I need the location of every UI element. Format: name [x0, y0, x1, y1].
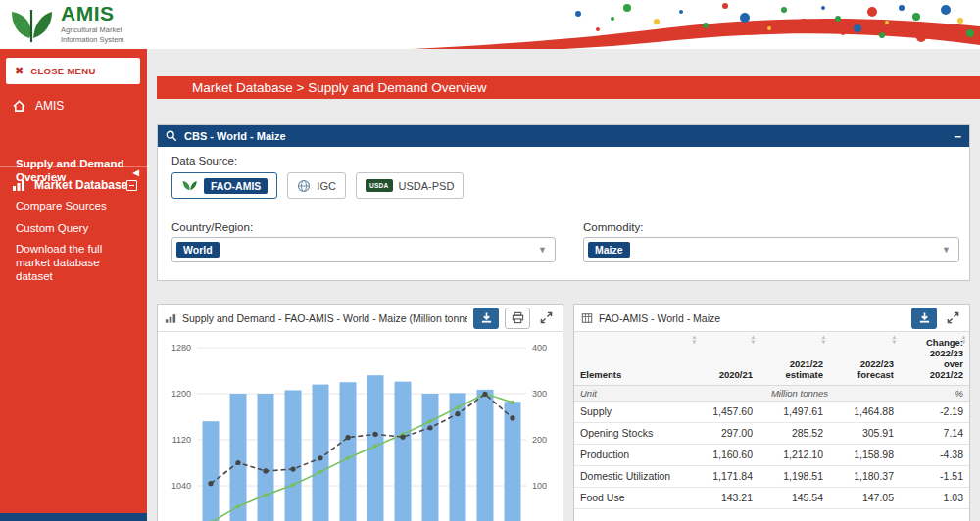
sidebar-amis-label: AMIS [35, 99, 64, 113]
column-header-2020-21[interactable]: ▴▾ 2020/21 [700, 332, 759, 385]
table-expand-button[interactable] [943, 308, 962, 329]
svg-text:400: 400 [532, 343, 547, 353]
sidebar-item-custom-query[interactable]: Custom Query [0, 221, 147, 235]
sort-icon: ▴▾ [693, 334, 696, 344]
top-header: AMIS Agricultural Market Information Sys… [0, 0, 980, 49]
table-icon [581, 312, 593, 324]
value-2020-21: 1,160.60 [700, 444, 759, 465]
breadcrumb: Market Database > Supply and Demand Over… [157, 76, 980, 99]
value-2020-21: 143.21 [700, 487, 759, 508]
source-button-usda-psd[interactable]: USDA USDA-PSD [356, 172, 464, 199]
column-header-2022-23[interactable]: ▴▾ 2022/23 forecast [829, 332, 900, 385]
close-menu-label: CLOSE MENU [30, 66, 95, 76]
sidebar-item-download-dataset[interactable]: Download the full market database datase… [0, 242, 147, 283]
column-header-2021-22[interactable]: ▴▾ 2021/22 estimate [759, 332, 829, 385]
country-region-label: Country/Region: [172, 221, 253, 233]
sidebar-item-supply-demand-overview[interactable]: Supply and Demand Overview ◀ [0, 157, 147, 184]
element-name: Supply [574, 401, 700, 422]
dropdown-caret-icon: ▼ [538, 245, 547, 255]
sort-icon: ▴▾ [752, 334, 755, 344]
svg-text:300: 300 [532, 389, 547, 399]
decorative-banner [333, 0, 980, 49]
supply-demand-table: ▴▾ Elements ▴▾ 2020/21 ▴▾ 2021/22 estima… [574, 332, 969, 509]
search-icon [166, 130, 177, 142]
supply-demand-overview-label: Supply and Demand Overview [16, 158, 124, 183]
main-content: Market Database > Supply and Demand Over… [147, 49, 980, 521]
commodity-value-chip: Maize [588, 242, 630, 258]
active-pointer-icon: ◀ [133, 166, 139, 180]
svg-text:100: 100 [532, 481, 547, 491]
table-panel-title: FAO-AMIS - World - Maize [599, 312, 906, 324]
column-header-change[interactable]: ▴▾ Change: 2022/23 over 2021/22 [900, 332, 969, 385]
amis-logo-icon [8, 3, 55, 46]
svg-text:1120: 1120 [172, 435, 191, 445]
value-2021-22: 145.54 [759, 487, 829, 508]
chart-download-button[interactable] [473, 308, 499, 329]
value-2022-23: 147.05 [829, 487, 900, 508]
element-name: Production [574, 444, 700, 465]
value-2022-23: 1,158.98 [829, 444, 900, 465]
cbs-filter-panel: CBS - World - Maize − Data Source: FAO-A… [157, 124, 970, 281]
value-change: -2.19 [900, 401, 969, 422]
custom-query-label: Custom Query [16, 222, 88, 234]
country-region-select[interactable]: World ▼ [172, 237, 556, 262]
sort-icon: ▴▾ [893, 334, 896, 344]
chart-print-button[interactable] [505, 308, 530, 329]
commodity-label: Commodity: [583, 221, 643, 233]
value-change: -4.38 [900, 444, 969, 465]
table-row: Supply 1,457.60 1,497.61 1,464.88 -2.19 [574, 401, 969, 422]
sidebar-footer-strip [0, 513, 169, 521]
home-icon [12, 99, 26, 113]
expand-icon [947, 311, 959, 324]
element-name: Opening Stocks [574, 422, 700, 444]
amis-logo[interactable]: AMIS Agricultural Market Information Sys… [8, 3, 124, 46]
commodity-select[interactable]: Maize ▼ [583, 237, 959, 262]
value-2021-22: 1,497.61 [759, 401, 829, 422]
value-2020-21: 297.00 [700, 422, 759, 444]
app-subtitle-2: Information System [61, 35, 124, 44]
usda-logo-icon: USDA [366, 179, 393, 192]
table-row: Production 1,160.60 1,212.10 1,158.98 -4… [574, 444, 969, 465]
value-change: -1.51 [900, 465, 969, 487]
sidebar-item-compare-sources[interactable]: Compare Sources [0, 199, 147, 213]
app-title: AMIS [61, 3, 124, 24]
table-header-row: ▴▾ Elements ▴▾ 2020/21 ▴▾ 2021/22 estima… [574, 332, 969, 385]
usda-psd-label: USDA-PSD [399, 180, 455, 192]
table-download-button[interactable] [911, 308, 937, 329]
value-2021-22: 285.52 [759, 422, 829, 444]
dropdown-caret-icon: ▼ [942, 245, 951, 255]
sidebar: ✖ CLOSE MENU AMIS Market Database Supply… [0, 49, 147, 521]
table-row: Food Use 143.21 145.54 147.05 1.03 [574, 487, 969, 508]
sidebar-item-amis[interactable]: AMIS [0, 94, 147, 118]
sort-icon: ▴▾ [822, 334, 825, 344]
supply-demand-chart-panel: Supply and Demand - FAO-AMIS - World - M… [157, 304, 564, 521]
table-row: Domestic Utilization 1,171.84 1,198.51 1… [574, 465, 969, 487]
table-panel-header: FAO-AMIS - World - Maize [574, 305, 969, 332]
table-row: Opening Stocks 297.00 285.52 305.91 7.14 [574, 422, 969, 444]
app-subtitle-1: Agricultural Market [61, 25, 124, 34]
column-header-elements[interactable]: ▴▾ Elements [574, 332, 700, 385]
data-table-panel: FAO-AMIS - World - Maize [573, 304, 970, 521]
value-2021-22: 1,212.10 [759, 444, 829, 465]
app-window: AMIS Agricultural Market Information Sys… [0, 0, 980, 521]
chart-area: 1280400120030011202001040100 [158, 332, 563, 521]
chart-panel-header: Supply and Demand - FAO-AMIS - World - M… [158, 305, 563, 332]
fao-amis-logo-icon [181, 178, 198, 193]
source-button-fao-amis[interactable]: FAO-AMIS [172, 172, 277, 199]
value-2022-23: 1,464.88 [829, 401, 900, 422]
chart-expand-button[interactable] [536, 308, 556, 329]
value-2022-23: 1,180.37 [829, 465, 900, 487]
source-button-igc[interactable]: IGC [287, 172, 346, 199]
panel-collapse-button[interactable]: − [954, 130, 961, 143]
value-2020-21: 1,457.60 [700, 401, 759, 422]
value-2020-21: 1,171.84 [700, 465, 759, 487]
value-change: 1.03 [900, 487, 969, 508]
value-2021-22: 1,198.51 [759, 465, 829, 487]
chart-icon [165, 312, 176, 324]
close-menu-button[interactable]: ✖ CLOSE MENU [6, 58, 140, 84]
close-icon: ✖ [15, 65, 24, 77]
data-source-label: Data Source: [172, 155, 237, 166]
sort-icon: ▴▾ [962, 334, 965, 344]
value-change: 7.14 [900, 422, 969, 444]
unit-percent: % [900, 385, 969, 401]
